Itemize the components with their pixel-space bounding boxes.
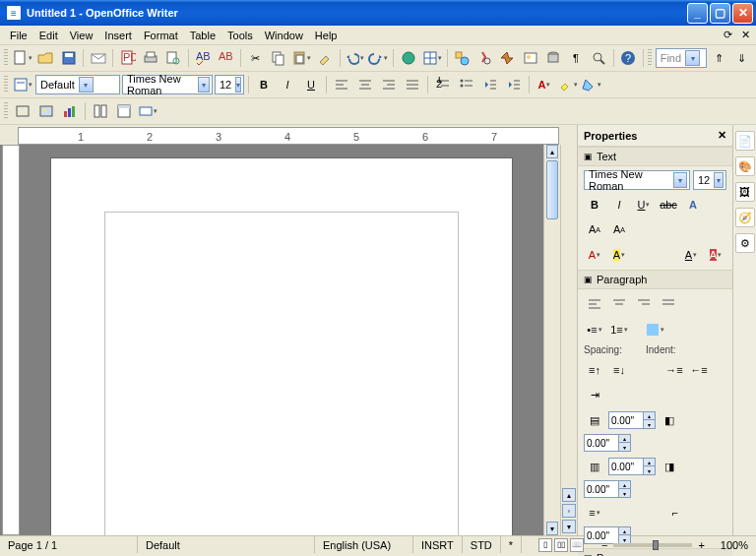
bold-button[interactable]: B [584, 194, 605, 216]
zoom-slider[interactable] [613, 543, 692, 547]
status-style[interactable]: Default [138, 536, 315, 553]
find-prev-button[interactable]: ⇑ [709, 47, 729, 69]
background-color-button[interactable] [581, 74, 602, 95]
sidebar-font-combo[interactable]: Times New Roman ▾ [584, 170, 690, 190]
menu-table[interactable]: Table [184, 28, 221, 43]
menu-format[interactable]: Format [138, 28, 184, 43]
underline-button[interactable]: U [300, 74, 322, 95]
decrease-indent-button[interactable]: ←≡ [688, 359, 710, 381]
gallery-tab-button[interactable]: 🖼 [735, 182, 755, 202]
shadow-button[interactable]: A [682, 194, 704, 216]
align-justify-button[interactable] [402, 74, 423, 95]
vertical-scrollbar[interactable]: ▴ ▾ [543, 145, 560, 535]
autospellcheck-button[interactable]: ABC [216, 47, 236, 69]
status-language[interactable]: English (USA) [315, 536, 413, 553]
table-button[interactable] [421, 47, 443, 69]
copy-button[interactable] [268, 47, 288, 69]
properties-tab-button[interactable]: 📄 [735, 131, 755, 151]
page[interactable] [51, 158, 512, 535]
new-button[interactable] [12, 47, 33, 69]
horizontal-ruler[interactable]: 1 2 3 4 5 6 7 [18, 127, 559, 145]
superscript-button[interactable]: AA [584, 218, 605, 240]
menu-help[interactable]: Help [309, 28, 344, 43]
align-left-button[interactable] [584, 293, 605, 315]
scroll-down-button[interactable]: ▾ [546, 522, 558, 535]
export-pdf-button[interactable]: PDF [117, 47, 138, 69]
styles-button[interactable] [12, 74, 33, 95]
menu-tools[interactable]: Tools [221, 28, 259, 43]
align-center-button[interactable] [608, 293, 630, 315]
insert-image-button[interactable] [35, 100, 57, 122]
open-button[interactable] [35, 47, 56, 69]
document-canvas[interactable] [20, 145, 543, 535]
paste-button[interactable] [290, 47, 312, 69]
nonprinting-button[interactable]: ¶ [565, 47, 586, 69]
navigation-button[interactable]: ◦ [562, 504, 576, 518]
email-button[interactable] [88, 47, 108, 69]
find-replace-button[interactable] [474, 47, 495, 69]
dropdown-arrow-icon[interactable]: ▾ [685, 50, 700, 66]
format-paintbrush-button[interactable] [314, 47, 335, 69]
find-next-button[interactable]: ⇓ [731, 47, 752, 69]
maximize-button[interactable]: ▢ [710, 3, 730, 24]
numbered-list-button[interactable]: 1≡ [608, 319, 630, 340]
undo-button[interactable] [344, 47, 365, 69]
font-name-combo[interactable]: Times New Roman ▾ [122, 75, 213, 94]
align-center-button[interactable] [354, 74, 376, 95]
scroll-up-button[interactable]: ▴ [546, 145, 558, 158]
menu-window[interactable]: Window [259, 28, 309, 43]
panel-text-header[interactable]: ▣ Text [578, 147, 732, 166]
space-above-input[interactable]: ▴▾ [608, 411, 656, 429]
zoom-out-button[interactable]: − [601, 539, 607, 551]
increase-spacing-button[interactable]: ≡↑ [584, 359, 605, 381]
redo-button[interactable] [367, 47, 389, 69]
italic-button[interactable]: I [277, 74, 298, 95]
bullet-list-button[interactable] [456, 74, 477, 95]
dropdown-arrow-icon[interactable]: ▾ [673, 172, 687, 188]
strikethrough-button[interactable]: abc [658, 194, 679, 216]
vertical-ruler[interactable] [2, 145, 20, 535]
menu-insert[interactable]: Insert [98, 28, 138, 43]
char-border-button[interactable]: A [705, 244, 726, 266]
dropdown-arrow-icon[interactable]: ▾ [714, 172, 724, 188]
paragraph-style-combo[interactable]: Default ▾ [35, 75, 120, 94]
close-button[interactable]: ✕ [732, 3, 753, 24]
decrease-spacing-button[interactable]: ≡↓ [608, 359, 630, 381]
indent-right-input[interactable]: ▴▾ [584, 480, 631, 498]
help-button[interactable]: ? [618, 47, 639, 69]
toolbar-grip[interactable] [4, 102, 8, 120]
spellcheck-button[interactable]: ABC [193, 47, 214, 69]
prev-page-button[interactable]: ▴ [562, 488, 576, 502]
insert-field-button[interactable] [137, 100, 158, 122]
bold-button[interactable]: B [253, 74, 275, 95]
hanging-indent-button[interactable]: ⇥ [584, 384, 605, 405]
toolbar-grip[interactable] [4, 49, 8, 67]
navigator-tab-button[interactable]: 🧭 [735, 208, 755, 227]
update-icon[interactable]: ⟳ [721, 29, 734, 42]
decrease-indent-button[interactable] [479, 74, 501, 95]
dropdown-arrow-icon[interactable]: ▾ [79, 77, 94, 93]
view-book-button[interactable]: 📖 [570, 538, 584, 552]
zoom-in-button[interactable]: + [698, 539, 704, 551]
cut-button[interactable]: ✂ [245, 47, 266, 69]
close-doc-icon[interactable]: ✕ [738, 29, 752, 42]
font-size-combo[interactable]: 12 ▾ [215, 75, 244, 94]
align-justify-button[interactable] [658, 293, 679, 315]
find-combo[interactable]: Find ▾ [656, 48, 707, 68]
print-preview-button[interactable] [163, 47, 184, 69]
zoom-value[interactable]: 100% [713, 536, 756, 553]
toolbar-grip[interactable] [648, 49, 652, 67]
para-bgcolor-button[interactable] [644, 319, 665, 340]
view-multi-button[interactable]: ▯▯ [554, 538, 568, 552]
toolbar-grip[interactable] [4, 76, 8, 93]
space-below-input[interactable]: ▴▾ [608, 458, 656, 475]
italic-button[interactable]: I [608, 194, 630, 216]
navigator-button[interactable] [497, 47, 518, 69]
insert-frame-button[interactable] [12, 100, 33, 122]
indent-left-input[interactable]: ▴▾ [584, 434, 631, 452]
insert-section-button[interactable] [90, 100, 111, 122]
save-button[interactable] [58, 47, 79, 69]
menu-file[interactable]: File [4, 28, 33, 43]
line-spacing-button[interactable]: ≡ [584, 502, 605, 524]
menu-view[interactable]: View [64, 28, 99, 43]
